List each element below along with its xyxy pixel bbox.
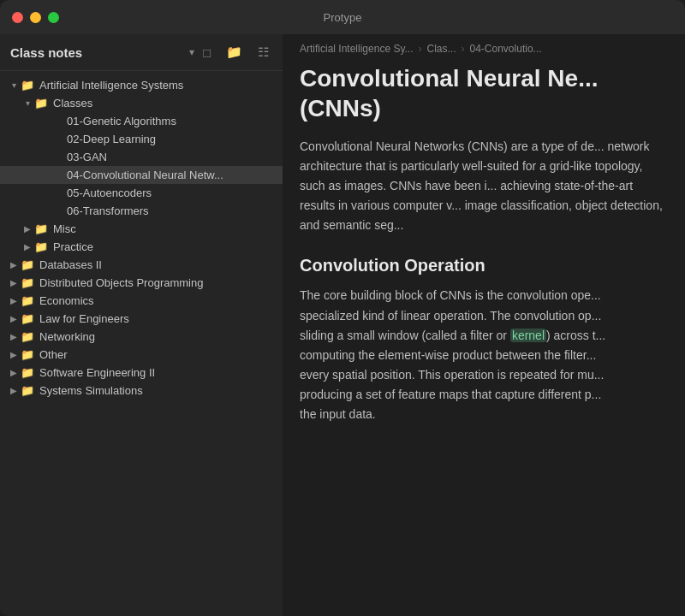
tree-item-databases[interactable]: ▶📁Databases II xyxy=(0,256,283,274)
tree-item-label: Networking xyxy=(39,330,95,343)
tree-item-networking[interactable]: ▶📁Networking xyxy=(0,328,283,346)
tree-item-label: 01-Genetic Algorithms xyxy=(67,115,176,127)
expand-icon: ▶ xyxy=(21,242,34,252)
sidebar-header: Class notes ▾ □ 📁 ☷ xyxy=(0,34,283,71)
expand-icon: ▶ xyxy=(7,350,21,359)
tree-item-systems-sim[interactable]: ▶📁Systems Simulations xyxy=(0,382,283,400)
breadcrumb-part-1: Artificial Intelligence Sy... xyxy=(300,43,414,55)
tree-item-label: Software Engineering II xyxy=(39,366,155,379)
folder-icon: 📁 xyxy=(34,240,50,253)
folder-icon: 📁 xyxy=(34,222,50,235)
new-note-button[interactable]: □ xyxy=(200,43,214,62)
main-layout: Class notes ▾ □ 📁 ☷ ▾📁Artificial Intelli… xyxy=(0,34,685,616)
content-body: Convolutional Neural Ne...(CNNs) Convolu… xyxy=(283,63,685,616)
tree-item-label: Classes xyxy=(53,97,92,110)
breadcrumb-sep-1: › xyxy=(419,43,422,55)
tree-item-label: Misc xyxy=(53,222,76,235)
file-spacer: 📄 xyxy=(48,169,63,181)
tree-item-ai-systems[interactable]: ▾📁Artificial Intelligence Systems xyxy=(0,76,283,94)
folder-icon: 📁 xyxy=(21,258,36,271)
tree-item-other[interactable]: ▶📁Other xyxy=(0,346,283,364)
tree-item-label: Other xyxy=(39,348,68,361)
tree-item-label: 06-Transformers xyxy=(67,204,149,217)
sidebar: Class notes ▾ □ 📁 ☷ ▾📁Artificial Intelli… xyxy=(0,34,283,616)
tree-item-economics[interactable]: ▶📁Economics xyxy=(0,292,283,310)
maximize-button[interactable] xyxy=(48,12,59,23)
sidebar-title: Class notes xyxy=(10,45,184,60)
sidebar-toolbar: □ 📁 ☷ xyxy=(200,43,272,62)
folder-icon: 📁 xyxy=(21,384,36,397)
folder-icon: 📁 xyxy=(21,276,36,289)
folder-icon: 📁 xyxy=(21,294,36,307)
tree-item-law[interactable]: ▶📁Law for Engineers xyxy=(0,310,283,328)
file-spacer: 📄 xyxy=(48,187,63,199)
intro-paragraph: Convolutional Neural Networks (CNNs) are… xyxy=(300,137,668,235)
expand-icon: ▶ xyxy=(21,224,34,234)
window-controls xyxy=(12,12,59,23)
folder-icon: 📁 xyxy=(34,97,50,110)
expand-icon: ▶ xyxy=(7,296,21,305)
tree-item-label: Economics xyxy=(39,294,94,307)
folder-icon: 📁 xyxy=(21,312,36,325)
app-title: Protype xyxy=(324,11,362,24)
folder-icon: 📁 xyxy=(21,79,36,92)
tree-item-label: Practice xyxy=(53,240,93,253)
more-options-button[interactable]: ☷ xyxy=(254,43,272,62)
expand-icon: ▶ xyxy=(7,332,21,341)
tree-item-label: Law for Engineers xyxy=(39,312,129,325)
tree-item-misc[interactable]: ▶📁Misc xyxy=(0,220,283,238)
close-button[interactable] xyxy=(12,12,23,23)
minimize-button[interactable] xyxy=(30,12,41,23)
folder-icon: 📁 xyxy=(21,366,36,379)
folder-icon: 📁 xyxy=(21,348,36,361)
expand-icon: ▾ xyxy=(21,98,34,108)
tree-item-label: Distributed Objects Programming xyxy=(39,276,203,289)
tree-item-label: 05-Autoencoders xyxy=(67,187,152,199)
expand-icon: ▶ xyxy=(7,368,21,377)
tree-item-distributed[interactable]: ▶📁Distributed Objects Programming xyxy=(0,274,283,292)
breadcrumb: Artificial Intelligence Sy... › Clas... … xyxy=(283,34,685,63)
tree-item-gan[interactable]: 📄03-GAN xyxy=(0,148,283,166)
tree-item-classes[interactable]: ▾📁Classes xyxy=(0,94,283,112)
kernel-highlight: kernel xyxy=(510,329,546,342)
tree-item-label: Artificial Intelligence Systems xyxy=(39,79,183,92)
tree-item-autoencoders[interactable]: 📄05-Autoencoders xyxy=(0,184,283,202)
breadcrumb-part-3: 04-Convolutio... xyxy=(470,43,542,55)
tree-item-deep-learning[interactable]: 📄02-Deep Learning xyxy=(0,130,283,148)
expand-icon: ▶ xyxy=(7,260,21,270)
section-convolution-title: Convolution Operation xyxy=(300,256,668,275)
expand-icon: ▶ xyxy=(7,278,21,287)
expand-icon: ▾ xyxy=(7,80,21,90)
file-spacer: 📄 xyxy=(48,151,63,163)
tree-item-label: 02-Deep Learning xyxy=(67,133,156,145)
tree-item-label: Systems Simulations xyxy=(39,384,143,397)
tree-item-software-eng[interactable]: ▶📁Software Engineering II xyxy=(0,364,283,382)
tree-item-label: 04-Convolutional Neural Netw... xyxy=(67,169,223,181)
tree-item-transformers[interactable]: 📄06-Transformers xyxy=(0,202,283,220)
file-spacer: 📄 xyxy=(48,133,63,145)
expand-icon: ▶ xyxy=(7,314,21,323)
tree-item-label: Databases II xyxy=(39,258,102,271)
file-spacer: 📄 xyxy=(48,115,63,127)
titlebar: Protype xyxy=(0,0,685,34)
expand-icon: ▶ xyxy=(7,386,21,395)
folder-icon: 📁 xyxy=(21,330,36,343)
document-title: Convolutional Neural Ne...(CNNs) xyxy=(300,63,668,123)
sidebar-chevron-icon[interactable]: ▾ xyxy=(189,46,194,58)
new-folder-button[interactable]: 📁 xyxy=(223,43,246,62)
tree-item-genetic[interactable]: 📄01-Genetic Algorithms xyxy=(0,112,283,130)
breadcrumb-sep-2: › xyxy=(462,43,465,55)
tree-item-cnn[interactable]: 📄04-Convolutional Neural Netw... xyxy=(0,166,283,184)
file-tree: ▾📁Artificial Intelligence Systems▾📁Class… xyxy=(0,71,283,616)
content-area: Artificial Intelligence Sy... › Clas... … xyxy=(283,34,685,616)
convolution-paragraph: The core building block of CNNs is the c… xyxy=(300,286,668,424)
tree-item-label: 03-GAN xyxy=(67,151,107,163)
tree-item-practice[interactable]: ▶📁Practice xyxy=(0,238,283,256)
breadcrumb-part-2: Clas... xyxy=(427,43,456,55)
file-spacer: 📄 xyxy=(48,204,63,217)
